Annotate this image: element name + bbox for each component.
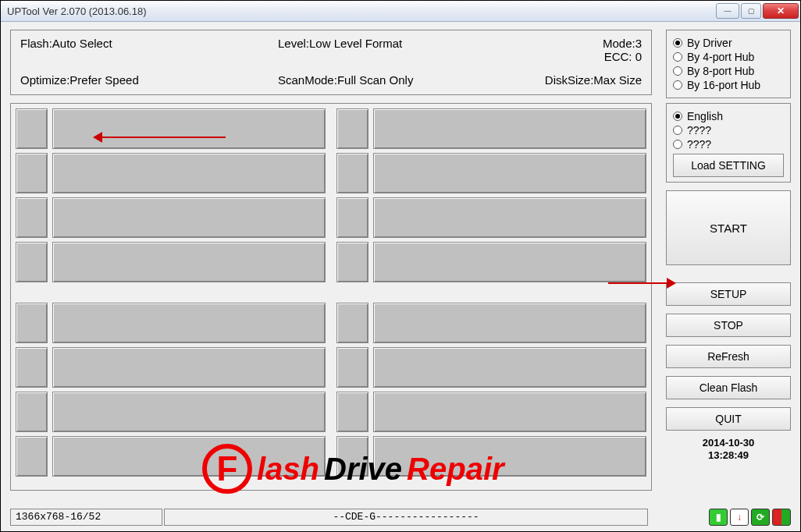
slot-row (16, 392, 326, 432)
slot-row (336, 197, 646, 238)
slot-index[interactable] (336, 197, 368, 238)
slot-body[interactable] (52, 392, 326, 432)
slot-index[interactable] (16, 392, 48, 432)
status-drives: --CDE-G----------------- (164, 509, 648, 526)
status-icons: ▮ ↓ ⟳ (709, 509, 791, 526)
status-icon-1[interactable]: ▮ (709, 509, 728, 526)
maximize-button[interactable]: ▢ (741, 3, 761, 19)
slot-index[interactable] (16, 153, 48, 193)
slot-row (16, 153, 326, 193)
radio-icon (673, 66, 682, 76)
slot-body[interactable] (373, 436, 646, 477)
stop-button[interactable]: STOP (666, 314, 791, 337)
refresh-button[interactable]: ReFresh (666, 345, 791, 368)
status-bar: 1366x768-16/52 --CDE-G----------------- … (10, 508, 791, 527)
slot-row (16, 347, 326, 388)
slot-row (16, 197, 326, 238)
slot-group-1 (16, 108, 326, 291)
slots-panel (10, 103, 652, 491)
slot-body[interactable] (52, 153, 326, 193)
quit-button[interactable]: QUIT (666, 407, 791, 431)
slot-body[interactable] (52, 242, 326, 282)
radio-8port[interactable]: By 8-port Hub (673, 65, 784, 77)
radio-icon (673, 80, 682, 90)
info-flash: Flash:Auto Select (20, 37, 278, 64)
info-optimize: Optimize:Prefer Speed (20, 73, 278, 87)
info-mode-ecc: Mode:3 ECC: 0 (528, 37, 642, 64)
slot-index[interactable] (336, 303, 368, 343)
slot-body[interactable] (373, 242, 646, 282)
slot-row (336, 242, 646, 282)
info-disksize: DiskSize:Max Size (528, 73, 642, 87)
slot-index[interactable] (16, 347, 48, 388)
slot-body[interactable] (373, 347, 646, 388)
slot-body[interactable] (373, 153, 646, 193)
window-titlebar: UPTool Ver 2.070 (2013.06.18) — ▢ ✕ (1, 1, 800, 22)
slot-body[interactable] (52, 436, 326, 477)
radio-icon (673, 52, 682, 62)
slot-row (16, 108, 326, 149)
info-panel: Flash:Auto Select Level:Low Level Format… (10, 30, 652, 95)
clean-flash-button[interactable]: Clean Flash (666, 376, 791, 399)
slot-index[interactable] (336, 392, 368, 432)
radio-icon (673, 140, 682, 149)
slot-index[interactable] (336, 242, 368, 282)
slot-index[interactable] (16, 108, 48, 149)
slot-body[interactable] (52, 347, 326, 388)
info-level: Level:Low Level Format (278, 37, 528, 64)
port-mode-panel: By Driver By 4-port Hub By 8-port Hub By… (666, 30, 791, 98)
slot-index[interactable] (16, 436, 48, 477)
window-title: UPTool Ver 2.070 (2013.06.18) (7, 5, 714, 17)
slot-row (16, 242, 326, 282)
annotation-arrow-icon (608, 282, 672, 284)
slot-body[interactable] (52, 197, 326, 238)
lang-panel: English ???? ???? Load SETTING (666, 103, 791, 183)
radio-icon (673, 38, 682, 48)
radio-lang3[interactable]: ???? (673, 138, 784, 151)
timestamp: 2014-10-30 13:28:49 (666, 435, 791, 463)
load-setting-button[interactable]: Load SETTING (673, 154, 784, 177)
slot-body[interactable] (373, 303, 646, 343)
status-icon-2[interactable]: ↓ (730, 509, 749, 526)
annotation-arrow-icon (97, 137, 226, 138)
slot-index[interactable] (336, 436, 368, 477)
setup-button[interactable]: SETUP (666, 282, 791, 306)
minimize-button[interactable]: — (716, 3, 739, 19)
slot-body[interactable] (373, 392, 646, 432)
sidebar: By Driver By 4-port Hub By 8-port Hub By… (666, 30, 791, 463)
slot-index[interactable] (16, 242, 48, 282)
window-controls: — ▢ ✕ (714, 3, 799, 19)
slot-row (16, 303, 326, 343)
slot-index[interactable] (336, 347, 368, 388)
radio-4port[interactable]: By 4-port Hub (673, 51, 784, 63)
radio-lang2[interactable]: ???? (673, 124, 784, 137)
slot-group-4 (336, 303, 646, 485)
slot-row (336, 303, 646, 343)
slot-row (336, 153, 646, 193)
slot-row (336, 347, 646, 388)
radio-icon (673, 112, 682, 121)
radio-16port[interactable]: By 16-port Hub (673, 79, 784, 91)
slot-body[interactable] (373, 197, 646, 238)
status-icon-4[interactable] (772, 509, 791, 526)
slot-index[interactable] (336, 108, 368, 149)
slot-body[interactable] (373, 108, 646, 149)
start-button[interactable]: START (666, 190, 791, 265)
slot-row (336, 392, 646, 432)
close-button[interactable]: ✕ (763, 3, 799, 19)
radio-english[interactable]: English (673, 110, 784, 122)
radio-icon (673, 126, 682, 135)
slot-index[interactable] (16, 197, 48, 238)
radio-by-driver[interactable]: By Driver (673, 37, 784, 49)
slot-index[interactable] (16, 303, 48, 343)
slot-row (16, 436, 326, 477)
status-resolution: 1366x768-16/52 (10, 509, 162, 526)
info-scanmode: ScanMode:Full Scan Only (278, 73, 528, 87)
slot-row (336, 436, 646, 477)
slot-index[interactable] (336, 153, 368, 193)
slot-body[interactable] (52, 303, 326, 343)
slot-group-2 (336, 108, 646, 291)
slot-row (336, 108, 646, 149)
slot-group-3 (16, 303, 326, 485)
status-icon-3[interactable]: ⟳ (751, 509, 770, 526)
